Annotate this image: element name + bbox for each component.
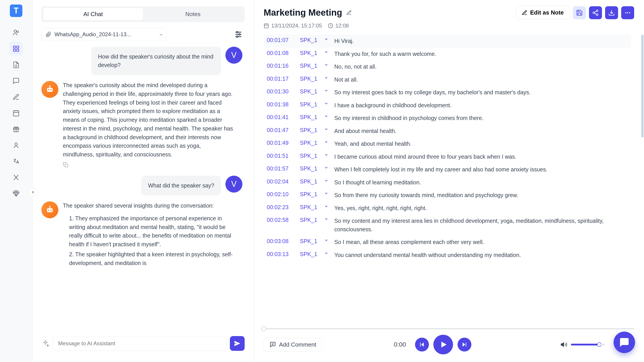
transcript-speaker[interactable]: SPK_1 bbox=[300, 88, 320, 95]
chevron-down-icon[interactable] bbox=[324, 191, 330, 196]
help-chat-fab[interactable] bbox=[614, 332, 635, 353]
transcript-speaker[interactable]: SPK_1 bbox=[300, 75, 320, 82]
progress-thumb[interactable] bbox=[261, 326, 266, 331]
skip-forward-button[interactable] bbox=[458, 338, 471, 352]
transcript-timestamp[interactable]: 00:01:38 bbox=[267, 101, 296, 108]
edit-title-icon[interactable] bbox=[346, 10, 352, 16]
transcript-row[interactable]: 00:01:07SPK_1Hi Viraj. bbox=[264, 35, 631, 48]
transcript-row[interactable]: 00:01:51SPK_1I became curious about mind… bbox=[264, 150, 631, 163]
transcript-speaker[interactable]: SPK_1 bbox=[300, 165, 320, 172]
edit-as-note-button[interactable]: Edit as Note bbox=[516, 6, 570, 19]
transcript-speaker[interactable]: SPK_1 bbox=[300, 114, 320, 120]
download-button[interactable] bbox=[605, 6, 618, 19]
transcript-timestamp[interactable]: 00:01:47 bbox=[267, 127, 296, 133]
nav-team-icon[interactable] bbox=[10, 26, 23, 39]
save-button[interactable] bbox=[573, 6, 586, 19]
transcript-row[interactable]: 00:01:38SPK_1I have a background in chil… bbox=[264, 99, 631, 112]
transcript-timestamp[interactable]: 00:01:30 bbox=[267, 88, 296, 95]
transcript-row[interactable]: 00:02:04SPK_1So I thought of learning me… bbox=[264, 176, 631, 189]
transcript-speaker[interactable]: SPK_1 bbox=[300, 217, 320, 223]
transcript-speaker[interactable]: SPK_1 bbox=[300, 251, 320, 257]
chevron-down-icon[interactable] bbox=[324, 127, 330, 131]
transcript-timestamp[interactable]: 00:01:51 bbox=[267, 153, 296, 159]
volume-icon[interactable] bbox=[560, 341, 567, 348]
transcript-timestamp[interactable]: 00:01:57 bbox=[267, 165, 296, 172]
transcript-row[interactable]: 00:03:08SPK_1So I mean, all these areas … bbox=[264, 236, 631, 249]
chevron-down-icon[interactable] bbox=[324, 88, 330, 93]
tab-notes[interactable]: Notes bbox=[143, 8, 243, 20]
transcript-speaker[interactable]: SPK_1 bbox=[300, 101, 320, 108]
progress-bar[interactable] bbox=[264, 328, 634, 329]
transcript-timestamp[interactable]: 00:01:08 bbox=[267, 50, 296, 56]
chat-input[interactable] bbox=[52, 336, 227, 351]
chevron-down-icon[interactable] bbox=[324, 75, 330, 80]
transcript-speaker[interactable]: SPK_1 bbox=[300, 127, 320, 133]
transcript-speaker[interactable]: SPK_1 bbox=[300, 153, 320, 159]
play-button[interactable] bbox=[433, 335, 453, 355]
transcript-timestamp[interactable]: 00:02:04 bbox=[267, 178, 296, 185]
volume-thumb[interactable] bbox=[597, 342, 602, 347]
copy-message-button[interactable] bbox=[63, 162, 68, 167]
transcript-speaker[interactable]: SPK_1 bbox=[300, 50, 320, 56]
transcript-row[interactable]: 00:01:08SPK_1Thank you for, for such a w… bbox=[264, 48, 631, 60]
transcript-speaker[interactable]: SPK_1 bbox=[300, 191, 320, 198]
chevron-down-icon[interactable] bbox=[324, 37, 330, 41]
transcript-speaker[interactable]: SPK_1 bbox=[300, 238, 320, 245]
chevron-down-icon[interactable] bbox=[324, 238, 330, 242]
chevron-down-icon[interactable] bbox=[324, 153, 330, 157]
transcript-row[interactable]: 00:01:57SPK_1When I felt completely lost… bbox=[264, 163, 631, 176]
transcript-timestamp[interactable]: 00:02:58 bbox=[267, 217, 296, 223]
nav-gift-icon[interactable] bbox=[10, 122, 23, 136]
add-comment-button[interactable]: Add Comment bbox=[264, 338, 322, 352]
transcript-row[interactable]: 00:02:58SPK_1So my content and my intere… bbox=[264, 215, 631, 236]
transcript-timestamp[interactable]: 00:01:16 bbox=[267, 62, 296, 69]
volume-slider[interactable] bbox=[571, 344, 604, 346]
share-button[interactable] bbox=[589, 6, 602, 19]
chevron-down-icon[interactable] bbox=[324, 140, 330, 144]
chevron-down-icon[interactable] bbox=[324, 50, 330, 54]
transcript-row[interactable]: 00:01:16SPK_1No, no, not at all. bbox=[264, 60, 631, 73]
transcript-row[interactable]: 00:01:47SPK_1And about mental health. bbox=[264, 125, 631, 138]
app-logo[interactable]: T bbox=[10, 4, 22, 17]
transcript-speaker[interactable]: SPK_1 bbox=[300, 178, 320, 185]
transcript-timestamp[interactable]: 00:03:08 bbox=[267, 238, 296, 245]
file-selector[interactable]: WhatsApp_Audio_2024-11-13... ▴▾ bbox=[41, 28, 166, 41]
chevron-down-icon[interactable] bbox=[324, 62, 330, 67]
send-button[interactable] bbox=[230, 336, 245, 351]
chevron-down-icon[interactable] bbox=[324, 217, 330, 221]
transcript-row[interactable]: 00:01:30SPK_1So my interest goes back to… bbox=[264, 86, 631, 99]
transcript-timestamp[interactable]: 00:01:07 bbox=[267, 37, 296, 43]
transcript-row[interactable]: 00:01:17SPK_1Not at all. bbox=[264, 73, 631, 86]
chevron-down-icon[interactable] bbox=[324, 251, 330, 255]
filter-settings-button[interactable] bbox=[232, 28, 245, 41]
more-actions-button[interactable] bbox=[621, 6, 634, 19]
transcript-speaker[interactable]: SPK_1 bbox=[300, 140, 320, 146]
transcript-row[interactable]: 00:01:49SPK_1Yeah, and about mental heal… bbox=[264, 137, 631, 150]
chevron-down-icon[interactable] bbox=[324, 101, 330, 106]
transcript-speaker[interactable]: SPK_1 bbox=[300, 62, 320, 69]
skip-back-button[interactable] bbox=[415, 338, 429, 352]
nav-calendar-icon[interactable] bbox=[10, 106, 23, 120]
tab-ai-chat[interactable]: AI Chat bbox=[43, 8, 143, 20]
nav-translate-icon[interactable] bbox=[10, 155, 23, 168]
transcript-timestamp[interactable]: 00:01:41 bbox=[267, 114, 296, 120]
nav-document-icon[interactable] bbox=[10, 58, 23, 71]
nav-profile-icon[interactable] bbox=[10, 139, 23, 152]
transcript-scrollbar[interactable] bbox=[641, 31, 644, 325]
sidebar-collapse-toggle[interactable] bbox=[28, 188, 37, 197]
chevron-down-icon[interactable] bbox=[324, 204, 330, 209]
chevron-down-icon[interactable] bbox=[324, 114, 330, 118]
transcript-timestamp[interactable]: 00:02:23 bbox=[267, 204, 296, 211]
transcript-timestamp[interactable]: 00:03:13 bbox=[267, 251, 296, 257]
transcript-row[interactable]: 00:02:10SPK_1So from there my curiosity … bbox=[264, 189, 631, 202]
transcript-speaker[interactable]: SPK_1 bbox=[300, 37, 320, 43]
nav-dashboard-icon[interactable] bbox=[10, 42, 23, 55]
transcript-timestamp[interactable]: 00:01:17 bbox=[267, 75, 296, 82]
nav-integrations-icon[interactable] bbox=[10, 171, 23, 184]
transcript-timestamp[interactable]: 00:01:49 bbox=[267, 140, 296, 146]
nav-premium-icon[interactable] bbox=[10, 187, 23, 200]
chevron-down-icon[interactable] bbox=[324, 178, 330, 183]
transcript-row[interactable]: 00:02:23SPK_1Yes, yes, right, right, rig… bbox=[264, 202, 631, 215]
transcript-timestamp[interactable]: 00:02:10 bbox=[267, 191, 296, 198]
nav-edit-note-icon[interactable] bbox=[10, 90, 23, 104]
